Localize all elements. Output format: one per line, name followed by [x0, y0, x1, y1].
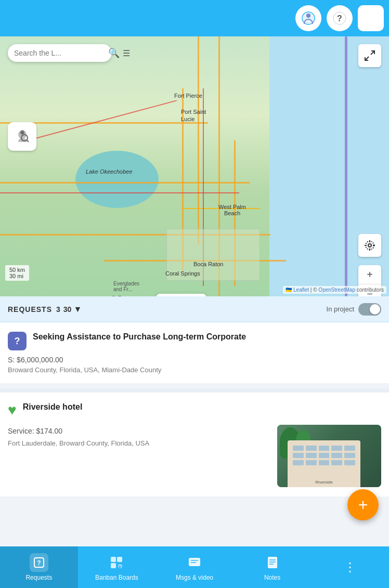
nav-label-msgs: Msgs & video: [176, 574, 213, 581]
map-logo: [8, 122, 36, 151]
map-label-boca: Boca Raton: [193, 261, 223, 267]
map-container[interactable]: Fort Pierce Port SaintLucie Lake Okeecho…: [0, 36, 389, 296]
nav-item-more[interactable]: ⋮: [311, 546, 389, 588]
msgs-nav-icon: [185, 553, 204, 572]
svg-text:▶: ▶: [119, 565, 122, 568]
requests-count: 3: [56, 305, 60, 313]
riverside-hotel-card: ♥ Riverside hotel Service: $174.00 Fort …: [0, 393, 389, 496]
nav-label-requests: Requests: [25, 574, 52, 581]
svg-rect-20: [111, 557, 116, 562]
map-label-lake: Lake Okeechobee: [86, 168, 132, 175]
map-label-port-saint: Port SaintLucie: [181, 108, 206, 123]
svg-rect-3: [362, 9, 380, 27]
svg-point-7: [21, 131, 24, 134]
nav-item-requests[interactable]: ? Requests: [0, 546, 78, 588]
fab-add-button[interactable]: +: [347, 489, 379, 520]
header: ? 🕊: [0, 0, 389, 36]
filter-icon[interactable]: ☰: [123, 48, 130, 58]
map-label-sta: S. Ta...Wild...: [112, 295, 128, 296]
svg-line-10: [371, 51, 374, 55]
card-price-seeking: S: $6,000,000.00: [8, 356, 381, 364]
nav-item-banban[interactable]: ▶ Banban Boards: [78, 546, 156, 588]
nav-label-banban: Banban Boards: [95, 574, 138, 581]
nav-label-notes: Notes: [264, 574, 280, 581]
location-button[interactable]: [358, 234, 381, 257]
card-icon-question: ?: [8, 332, 27, 350]
card-title-riverside: Riverside hotel: [23, 402, 83, 413]
chevron-down-icon: ▼: [73, 305, 82, 314]
requests-dropdown[interactable]: 30 ▼: [63, 305, 82, 314]
svg-text:?: ?: [337, 14, 342, 23]
requests-nav-icon: ?: [30, 553, 48, 572]
nav-item-msgs[interactable]: Msgs & video: [155, 546, 234, 588]
fab-plus-icon: +: [358, 496, 368, 513]
svg-rect-28: [268, 557, 277, 568]
svg-line-9: [27, 140, 29, 142]
card-service-riverside: Service: $174.00: [8, 427, 269, 435]
search-input[interactable]: [14, 49, 105, 57]
card-divider: [0, 388, 389, 393]
svg-line-11: [365, 57, 369, 60]
seeking-assistance-card: ? Seeking Assistance to Purchase Long-te…: [0, 322, 389, 383]
map-label-everglades: Evergladesand Fr...: [113, 281, 139, 292]
bottom-nav: ? Requests ▶ Banban Boards Msgs & video: [0, 546, 389, 588]
svg-text:?: ?: [37, 559, 41, 567]
requests-bar: REQUESTS 3 30 ▼ In project: [0, 296, 389, 322]
nav-item-notes[interactable]: Notes: [234, 546, 312, 588]
map-label-west-palm: West PalmBeach: [218, 204, 246, 216]
app-icon-button[interactable]: 🕊: [358, 5, 384, 31]
map-label-fort-pierce: Fort Pierce: [174, 93, 202, 99]
card-title-seeking: Seeking Assistance to Purchase Long-term…: [33, 332, 246, 343]
svg-rect-21: [117, 557, 122, 562]
fullscreen-button[interactable]: [358, 44, 381, 67]
requests-label: REQUESTS: [8, 305, 52, 313]
map-scale: 50 km 30 mi: [5, 265, 29, 281]
more-icon: ⋮: [344, 560, 356, 574]
svg-point-12: [368, 244, 371, 247]
svg-rect-25: [189, 558, 200, 566]
card-location-riverside: Fort Lauderdale, Broward County, Florida…: [8, 438, 269, 449]
map-label-coral: Coral Springs: [165, 270, 200, 277]
map-attribution: 🇺🇦 Leaflet | © OpenStreetMap contributor…: [283, 286, 386, 294]
card-location-seeking: Broward County, Florida, USA, Miami-Dade…: [8, 366, 381, 374]
popup-riverside: Riverside ho...: [156, 294, 206, 296]
in-project-label: In project: [327, 305, 354, 313]
profile-button[interactable]: [295, 5, 321, 31]
notes-nav-icon: [263, 553, 282, 572]
in-project-toggle[interactable]: [358, 303, 381, 316]
card-icon-heart: ♥: [8, 402, 17, 419]
search-bar: 🔍 ☰: [8, 44, 112, 62]
svg-rect-22: [111, 563, 116, 568]
search-icon[interactable]: 🔍: [108, 47, 120, 59]
riverside-hotel-image: Riverside: [277, 425, 381, 487]
zoom-in-button[interactable]: +: [358, 265, 381, 284]
banban-nav-icon: ▶: [107, 553, 126, 572]
help-button[interactable]: ?: [327, 5, 353, 31]
svg-point-13: [366, 241, 374, 250]
